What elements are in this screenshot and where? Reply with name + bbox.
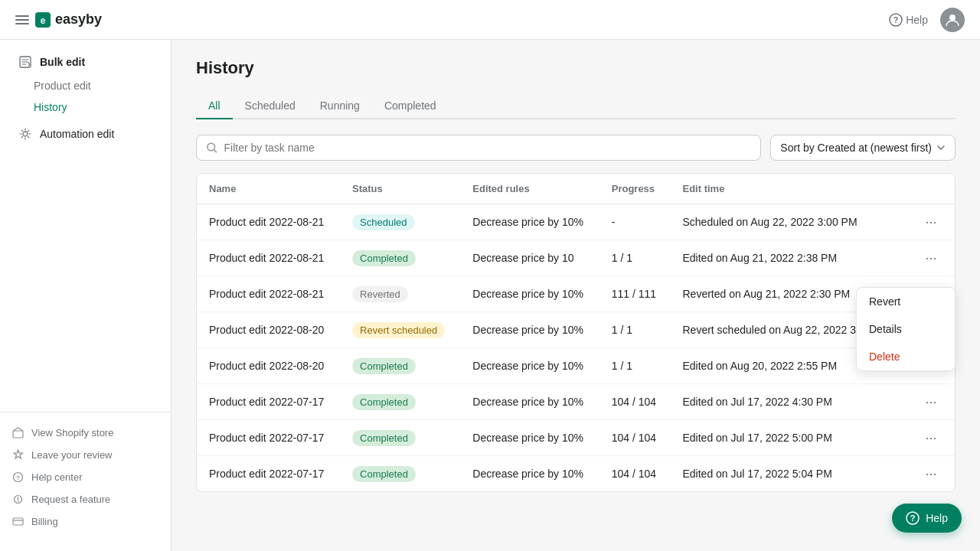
sort-select[interactable]: Sort by Created at (newest first): [770, 135, 956, 161]
svg-text:e: e: [41, 15, 46, 26]
table-row: Product edit 2022-08-20 Completed Decrea…: [197, 348, 955, 384]
svg-text:?: ?: [910, 514, 916, 523]
tabs-bar: All Scheduled Running Completed: [196, 93, 956, 119]
svg-rect-7: [13, 431, 23, 438]
cell-more: ···: [908, 204, 955, 240]
more-button[interactable]: ···: [920, 214, 941, 230]
cell-edited-rules: Decrease price by 10: [460, 240, 599, 276]
chevron-down-icon: [936, 143, 946, 152]
sidebar-item-automation-edit[interactable]: Automation edit: [6, 121, 165, 147]
more-button[interactable]: ···: [920, 465, 941, 482]
cell-more: ···: [908, 420, 955, 456]
cell-edit-time: Edited on Jul 17, 2022 5:00 PM: [671, 420, 909, 456]
help-button[interactable]: ? Help: [889, 13, 928, 27]
table-row: Product edit 2022-08-21 Completed Decrea…: [197, 240, 955, 276]
cell-edited-rules: Decrease price by 10%: [460, 204, 599, 240]
table: Name Status Edited rules Progress Edit t…: [197, 174, 955, 491]
cell-status: Completed: [340, 420, 460, 456]
cell-name: Product edit 2022-07-17: [197, 456, 340, 492]
svg-text:?: ?: [16, 474, 20, 481]
dropdown-menu: Revert Details Delete: [856, 287, 956, 371]
cell-more: ···: [908, 240, 955, 276]
sidebar-item-product-edit[interactable]: Product edit: [0, 75, 171, 96]
sidebar-item-history[interactable]: History: [0, 96, 171, 118]
col-actions: [908, 174, 955, 204]
more-button[interactable]: ···: [920, 249, 941, 266]
tab-running[interactable]: Running: [308, 93, 372, 119]
cell-edited-rules: Decrease price by 10%: [460, 312, 599, 348]
store-icon: [12, 427, 24, 439]
cell-status: Completed: [340, 456, 460, 492]
topbar-right: ? Help: [889, 8, 965, 32]
table-row: Product edit 2022-07-17 Completed Decrea…: [197, 420, 955, 456]
tab-all[interactable]: All: [196, 93, 233, 119]
bulk-edit-label: Bulk edit: [40, 56, 85, 68]
table-row: Product edit 2022-08-21 Reverted Decreas…: [197, 276, 955, 312]
topbar: e easyby ? Help: [0, 0, 980, 40]
status-badge: Revert scheduled: [352, 322, 445, 338]
dropdown-revert[interactable]: Revert: [857, 288, 955, 315]
cell-name: Product edit 2022-08-21: [197, 204, 340, 240]
logo-icon: e: [35, 12, 51, 28]
review-icon: [12, 449, 24, 461]
sidebar-item-bulk-edit[interactable]: Bulk edit: [6, 49, 165, 75]
tab-scheduled[interactable]: Scheduled: [233, 93, 308, 119]
help-float-icon: ?: [906, 511, 920, 525]
cell-name: Product edit 2022-08-21: [197, 240, 340, 276]
avatar[interactable]: [940, 8, 965, 32]
help-icon: ?: [12, 471, 24, 483]
more-button[interactable]: ···: [920, 393, 941, 410]
cell-edited-rules: Decrease price by 10%: [460, 348, 599, 384]
cell-progress: 104 / 104: [599, 420, 671, 456]
topbar-left: e easyby: [15, 11, 102, 28]
cell-progress: 1 / 1: [599, 312, 671, 348]
tab-completed[interactable]: Completed: [372, 93, 449, 119]
table-row: Product edit 2022-07-17 Completed Decrea…: [197, 384, 955, 420]
cell-status: Completed: [340, 240, 460, 276]
cell-status: Reverted: [340, 276, 460, 312]
cell-status: Completed: [340, 348, 460, 384]
sidebar-billing[interactable]: Billing: [0, 510, 171, 533]
status-badge: Completed: [352, 250, 416, 266]
search-input[interactable]: [224, 142, 751, 154]
cell-status: Completed: [340, 384, 460, 420]
status-badge: Scheduled: [352, 214, 414, 230]
history-table: Name Status Edited rules Progress Edit t…: [196, 173, 956, 492]
cell-status: Scheduled: [340, 204, 460, 240]
cell-edit-time: Scheduled on Aug 22, 2022 3:00 PM: [671, 204, 909, 240]
search-sort-bar: Sort by Created at (newest first): [196, 135, 956, 161]
cell-name: Product edit 2022-08-20: [197, 348, 340, 384]
sidebar-help-center[interactable]: ? Help center: [0, 466, 171, 488]
hamburger-menu[interactable]: [15, 15, 29, 24]
svg-text:?: ?: [893, 15, 899, 24]
dropdown-details[interactable]: Details: [857, 315, 955, 343]
sidebar-view-store[interactable]: View Shopify store: [0, 422, 171, 444]
cell-name: Product edit 2022-08-20: [197, 312, 340, 348]
cell-progress: -: [599, 204, 671, 240]
app-logo: e easyby: [35, 11, 102, 28]
main-inner: History All Scheduled Running Completed: [172, 40, 980, 510]
sidebar: Bulk edit Product edit History Automatio…: [0, 40, 172, 551]
svg-rect-11: [13, 518, 23, 525]
sidebar-request-feature[interactable]: Request a feature: [0, 488, 171, 510]
feature-icon: [12, 494, 24, 505]
table-row: Product edit 2022-08-20 Revert scheduled…: [197, 312, 955, 348]
col-status: Status: [340, 174, 460, 204]
col-edited-rules: Edited rules: [460, 174, 599, 204]
status-badge: Reverted: [352, 286, 408, 302]
status-badge: Completed: [352, 466, 416, 482]
cell-edit-time: Edited on Aug 21, 2022 2:38 PM: [671, 240, 909, 276]
cell-progress: 104 / 104: [599, 456, 671, 492]
col-name: Name: [197, 174, 340, 204]
help-circle-icon: ?: [889, 13, 903, 27]
more-button[interactable]: ···: [920, 429, 941, 446]
sidebar-leave-review[interactable]: Leave your review: [0, 444, 171, 466]
search-box: [196, 135, 761, 161]
cell-edited-rules: Decrease price by 10%: [460, 456, 599, 492]
dropdown-delete[interactable]: Delete: [857, 343, 955, 370]
automation-edit-label: Automation edit: [40, 128, 114, 140]
bulk-edit-icon: [18, 55, 32, 69]
automation-icon: [18, 127, 32, 141]
table-header-row: Name Status Edited rules Progress Edit t…: [197, 174, 955, 204]
help-float-button[interactable]: ? Help: [892, 504, 962, 533]
